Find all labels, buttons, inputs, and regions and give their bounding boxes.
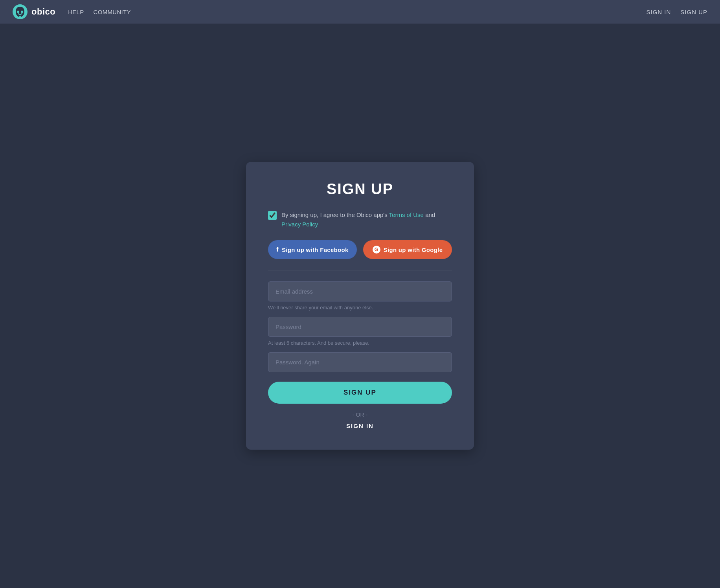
email-group [268, 281, 452, 301]
divider [268, 270, 452, 270]
terms-link[interactable]: Terms of Use [389, 211, 424, 218]
agreement-row: By signing up, I agree to the Obico app'… [268, 210, 452, 229]
password-again-group [268, 352, 452, 372]
svg-point-1 [17, 11, 19, 13]
email-hint: We'll never share your email with anyone… [268, 305, 452, 311]
logo-link[interactable]: obico [13, 4, 55, 19]
signup-button[interactable]: SIGN UP [268, 382, 452, 404]
password-again-input[interactable] [268, 352, 452, 372]
nav-community[interactable]: COMMUNITY [94, 9, 131, 15]
agreement-text: By signing up, I agree to the Obico app'… [281, 210, 435, 229]
logo-text: obico [31, 7, 55, 17]
svg-point-2 [21, 11, 23, 13]
nav-help[interactable]: HELP [68, 9, 84, 15]
agreement-checkbox[interactable] [268, 211, 277, 220]
signin-link[interactable]: SIGN IN [268, 423, 452, 429]
facebook-signup-button[interactable]: f Sign up with Facebook [268, 240, 357, 259]
or-divider-text: - OR - [268, 412, 452, 418]
page-title: SIGN UP [268, 181, 452, 198]
social-buttons: f Sign up with Facebook G Sign up with G… [268, 240, 452, 259]
nav-signin[interactable]: SIGN IN [646, 9, 671, 15]
signup-card: SIGN UP By signing up, I agree to the Ob… [246, 162, 474, 450]
navbar-right: SIGN IN SIGN UP [646, 9, 707, 15]
password-hint: At least 6 characters. And be secure, pl… [268, 340, 452, 346]
google-icon: G [373, 246, 380, 254]
password-group [268, 317, 452, 337]
privacy-link[interactable]: Privacy Policy [281, 221, 318, 228]
main-content: SIGN UP By signing up, I agree to the Ob… [0, 24, 720, 588]
nav-signup[interactable]: SIGN UP [680, 9, 707, 15]
nav-links: HELP COMMUNITY [68, 9, 131, 15]
email-input[interactable] [268, 281, 452, 301]
google-signup-button[interactable]: G Sign up with Google [363, 240, 452, 259]
navbar: obico HELP COMMUNITY SIGN IN SIGN UP [0, 0, 720, 24]
facebook-icon: f [276, 246, 279, 253]
password-input[interactable] [268, 317, 452, 337]
logo-icon [13, 4, 28, 19]
navbar-left: obico HELP COMMUNITY [13, 4, 131, 19]
